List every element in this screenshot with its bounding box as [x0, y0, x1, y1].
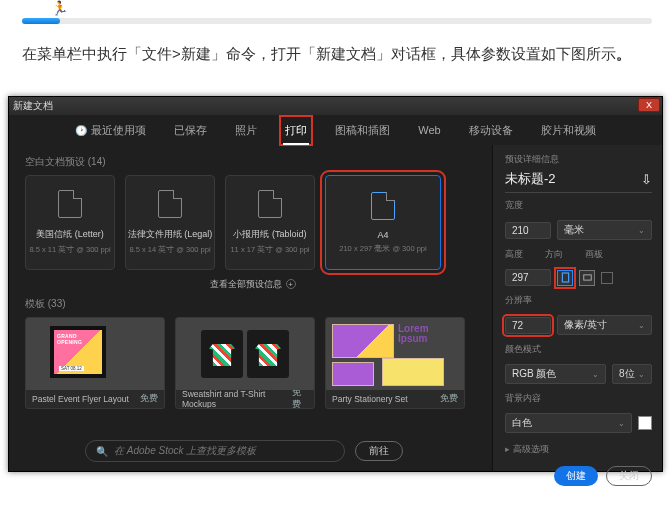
orientation-landscape[interactable]: [579, 270, 595, 286]
instruction-caption: 在菜单栏中执行「文件>新建」命令，打开「新建文档」对话框，具体参数设置如下图所示…: [22, 45, 631, 64]
category-tabs: 最近使用项 已保存 照片 打印 图稿和插图 Web 移动设备 胶片和视频: [9, 115, 662, 145]
progress-fill: [22, 18, 60, 24]
template-name: Sweatshirt and T-Shirt Mockups: [182, 389, 292, 409]
document-name-input[interactable]: 未标题-2: [505, 170, 556, 188]
preset-name: 小报用纸 (Tabloid): [233, 228, 306, 241]
preset-details-panel: 预设详细信息 未标题-2 ⇩ 宽度 210 毫米⌄ 高度 方向 画板 297: [492, 145, 662, 471]
preset-tabloid[interactable]: 小报用纸 (Tabloid) 11 x 17 英寸 @ 300 ppi: [225, 175, 315, 270]
doc-icon: [258, 190, 282, 218]
template-name: Party Stationery Set: [332, 394, 408, 404]
height-input[interactable]: 297: [505, 269, 551, 286]
resolution-unit-select[interactable]: 像素/英寸⌄: [557, 315, 652, 335]
background-swatch[interactable]: [638, 416, 652, 430]
preset-name: 法律文件用纸 (Legal): [128, 228, 213, 241]
svg-rect-0: [562, 273, 568, 282]
template-badge: 免费: [140, 393, 158, 405]
chevron-down-icon: ⌄: [638, 321, 645, 330]
preset-name: A4: [377, 230, 388, 240]
dialog-title: 新建文档: [13, 99, 53, 113]
dialog-titlebar: 新建文档 X: [9, 97, 662, 115]
tab-art[interactable]: 图稿和插图: [333, 119, 392, 142]
panel-heading: 预设详细信息: [505, 153, 652, 166]
close-button[interactable]: X: [638, 98, 660, 112]
advanced-options-toggle[interactable]: 高级选项: [505, 443, 652, 456]
chevron-down-icon: ⌄: [618, 419, 625, 428]
search-icon: 🔍: [96, 446, 108, 457]
color-mode-select[interactable]: RGB 颜色⌄: [505, 364, 606, 384]
width-label: 宽度: [505, 199, 652, 212]
chevron-down-icon: ⌄: [638, 370, 645, 379]
chevron-down-icon: ⌄: [638, 226, 645, 235]
orientation-label: 方向: [545, 248, 563, 261]
chevron-down-icon: ⌄: [592, 370, 599, 379]
template-badge: 免费: [292, 387, 308, 409]
view-all-presets[interactable]: 查看全部预设信息+: [25, 278, 480, 291]
svg-rect-1: [583, 275, 591, 280]
preset-dims: 8.5 x 11 英寸 @ 300 ppi: [29, 245, 110, 255]
search-placeholder: 在 Adobe Stock 上查找更多模板: [114, 444, 256, 458]
resolution-label: 分辨率: [505, 294, 652, 307]
tab-film[interactable]: 胶片和视频: [539, 119, 598, 142]
template-thumb: [26, 318, 164, 390]
tab-saved[interactable]: 已保存: [172, 119, 209, 142]
doc-icon: [158, 190, 182, 218]
preset-dims: 210 x 297 毫米 @ 300 ppi: [339, 244, 426, 254]
close-button[interactable]: 关闭: [606, 466, 652, 486]
template-name: Pastel Event Flyer Layout: [32, 394, 129, 404]
resolution-input[interactable]: 72: [505, 317, 551, 334]
artboard-checkbox[interactable]: [601, 272, 613, 284]
tab-mobile[interactable]: 移动设备: [467, 119, 515, 142]
preset-dims: 8.5 x 14 英寸 @ 300 ppi: [129, 245, 210, 255]
height-label: 高度: [505, 248, 523, 261]
orientation-portrait[interactable]: [557, 270, 573, 286]
new-document-dialog: 新建文档 X 最近使用项 已保存 照片 打印 图稿和插图 Web 移动设备 胶片…: [8, 96, 663, 472]
width-input[interactable]: 210: [505, 222, 551, 239]
preset-dims: 11 x 17 英寸 @ 300 ppi: [230, 245, 309, 255]
runner-icon: 🏃: [51, 0, 68, 16]
save-preset-icon[interactable]: ⇩: [641, 172, 652, 187]
close-icon: X: [646, 100, 652, 110]
template-card[interactable]: Sweatshirt and T-Shirt Mockups免费: [175, 317, 315, 409]
tab-photo[interactable]: 照片: [233, 119, 259, 142]
preset-legal[interactable]: 法律文件用纸 (Legal) 8.5 x 14 英寸 @ 300 ppi: [125, 175, 215, 270]
go-button[interactable]: 前往: [355, 441, 403, 461]
tab-recent[interactable]: 最近使用项: [73, 119, 148, 142]
template-card[interactable]: Lorem Ipsum Party Stationery Set免费: [325, 317, 465, 409]
template-badge: 免费: [440, 393, 458, 405]
doc-icon: [371, 192, 395, 220]
plus-icon: +: [286, 279, 296, 289]
tab-web[interactable]: Web: [416, 120, 442, 140]
template-thumb: Lorem Ipsum: [326, 318, 464, 390]
progress-track: [22, 18, 652, 24]
lorem-text: Lorem Ipsum: [398, 324, 456, 344]
template-card[interactable]: Pastel Event Flyer Layout免费: [25, 317, 165, 409]
background-label: 背景内容: [505, 392, 652, 405]
template-thumb: [176, 318, 314, 390]
progress-bar: 🏃: [22, 2, 652, 26]
artboard-label: 画板: [585, 248, 603, 261]
color-mode-label: 颜色模式: [505, 343, 652, 356]
templates-heading: 模板 (33): [25, 297, 480, 311]
blank-presets-heading: 空白文档预设 (14): [25, 155, 480, 169]
background-select[interactable]: 白色⌄: [505, 413, 632, 433]
doc-icon: [58, 190, 82, 218]
preset-a4[interactable]: A4 210 x 297 毫米 @ 300 ppi: [325, 175, 441, 270]
tab-print[interactable]: 打印: [283, 119, 309, 142]
left-pane: 空白文档预设 (14) 美国信纸 (Letter) 8.5 x 11 英寸 @ …: [9, 145, 492, 471]
bit-depth-select[interactable]: 8位⌄: [612, 364, 652, 384]
preset-name: 美国信纸 (Letter): [36, 228, 104, 241]
preset-letter[interactable]: 美国信纸 (Letter) 8.5 x 11 英寸 @ 300 ppi: [25, 175, 115, 270]
unit-select[interactable]: 毫米⌄: [557, 220, 652, 240]
stock-search-input[interactable]: 🔍 在 Adobe Stock 上查找更多模板: [85, 440, 345, 462]
create-button[interactable]: 创建: [554, 466, 598, 486]
